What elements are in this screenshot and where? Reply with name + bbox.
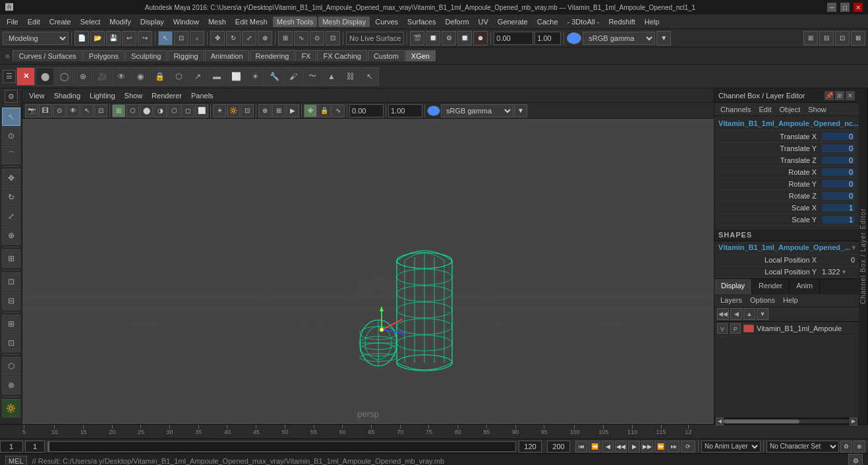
- playback-next-btn[interactable]: ⏩: [654, 441, 666, 452]
- new-scene-btn[interactable]: 📄: [74, 31, 89, 46]
- shelf-rendering[interactable]: Rendering: [250, 50, 295, 61]
- vp-renderer-menu[interactable]: Renderer: [148, 90, 186, 101]
- vp-anim-btn[interactable]: ▶: [286, 104, 299, 117]
- ch-lpx-value[interactable]: 0: [822, 256, 855, 264]
- layer-tab-anim[interactable]: Anim: [790, 279, 820, 294]
- menu-modify[interactable]: Modify: [105, 16, 134, 27]
- menu-edit[interactable]: Edit: [24, 16, 44, 27]
- menu-window[interactable]: Window: [169, 16, 203, 27]
- icon-x-btn[interactable]: ✕: [16, 67, 35, 86]
- vp-sel2-btn[interactable]: ⊡: [94, 104, 107, 117]
- redo-btn[interactable]: ↪: [138, 31, 152, 46]
- menu-surfaces[interactable]: Surfaces: [403, 16, 440, 27]
- layout-btn3[interactable]: ⊡: [835, 31, 850, 46]
- shelf-fx[interactable]: FX: [295, 50, 316, 61]
- ch-local-pos-y[interactable]: Local Position Y 1.322 ▼: [714, 266, 859, 278]
- vp-lock-btn[interactable]: 🔒: [318, 104, 331, 117]
- vp-color-btn[interactable]: [427, 106, 440, 116]
- ch-lpy-value[interactable]: 1.322 ▼: [822, 268, 855, 276]
- ch-scale-y[interactable]: Scale Y 1: [714, 214, 859, 226]
- vp-move2-btn[interactable]: ✥: [304, 104, 317, 117]
- vp-colorspace-dd[interactable]: sRGB gamma: [441, 104, 513, 117]
- shelf-polygons[interactable]: Polygons: [83, 50, 125, 61]
- icon-cam-btn[interactable]: 🎥: [93, 67, 111, 86]
- ch-sx-value[interactable]: 1: [822, 204, 855, 212]
- ch-scale-x[interactable]: Scale X 1: [714, 202, 859, 214]
- menu-help[interactable]: Help: [641, 16, 664, 27]
- layer-menu-help[interactable]: Help: [780, 295, 801, 305]
- snap-point-btn[interactable]: ⊙: [310, 31, 324, 46]
- cb-show-menu[interactable]: Show: [805, 105, 830, 114]
- layer-playback-btn[interactable]: P: [730, 323, 741, 334]
- render-settings-btn[interactable]: ⚙: [442, 31, 456, 46]
- ch-sy-value[interactable]: 1: [822, 216, 855, 224]
- render-btn[interactable]: 🎬: [410, 31, 424, 46]
- scale-side[interactable]: ⤢: [2, 207, 20, 226]
- sym-side[interactable]: ⊟: [2, 292, 20, 310]
- layer-side1[interactable]: ⬡: [2, 357, 20, 375]
- playback-last-btn[interactable]: ⏭: [668, 441, 680, 452]
- playback-first-btn[interactable]: ⏮: [575, 441, 587, 452]
- layer-side2[interactable]: ⊗: [2, 376, 20, 394]
- vp-wire2-btn[interactable]: ⬡: [167, 104, 181, 117]
- shelf-menu-btn[interactable]: ≡: [3, 51, 12, 61]
- lasso-btn[interactable]: ⊡: [174, 31, 188, 46]
- vp-panels-menu[interactable]: Panels: [187, 90, 217, 101]
- vp-shading-menu[interactable]: Shading: [50, 90, 84, 101]
- paint-select-side[interactable]: ⊙: [2, 127, 20, 145]
- icon-eye2-btn[interactable]: ◉: [131, 67, 150, 86]
- vp-eye-btn[interactable]: 👁: [67, 104, 80, 117]
- playback-prev-btn[interactable]: ◀: [602, 441, 614, 452]
- icon-plane-btn[interactable]: ⬜: [227, 67, 245, 86]
- cb-object-menu[interactable]: Object: [776, 105, 803, 114]
- icon-wave-btn[interactable]: 〜: [303, 67, 322, 86]
- char-set-btn2[interactable]: ⊕: [854, 441, 865, 452]
- ch-translate-z[interactable]: Translate Z 0: [714, 154, 859, 166]
- rotate-btn[interactable]: ↻: [226, 31, 241, 46]
- timeline-track[interactable]: 5101520253035404550556065707580859095100…: [22, 425, 714, 439]
- layer-menu-options[interactable]: Options: [747, 295, 778, 305]
- layout-btn1[interactable]: ⊞: [803, 31, 818, 46]
- icon-cursor-btn[interactable]: ↖: [361, 67, 379, 86]
- ch-rotate-z[interactable]: Rotate Z 0: [714, 190, 859, 202]
- ch-lpy-arrow[interactable]: ▼: [842, 269, 847, 275]
- vp-curve-btn[interactable]: ∿: [332, 104, 345, 117]
- show-manip-side[interactable]: ⊞: [2, 249, 20, 268]
- cb-close-btn[interactable]: ✕: [846, 91, 855, 100]
- menu-3dto[interactable]: - 3DtoAll -: [564, 16, 604, 27]
- menu-generate[interactable]: Generate: [494, 16, 532, 27]
- vp-iso-btn[interactable]: ⊞: [272, 104, 285, 117]
- vp-shade2-btn[interactable]: ◑: [154, 104, 167, 117]
- menu-select[interactable]: Select: [76, 16, 105, 27]
- rotate-side[interactable]: ↻: [2, 188, 20, 206]
- ch-scale-z[interactable]: Scale Z 1: [714, 226, 859, 227]
- layout-btn2[interactable]: ⊟: [819, 31, 834, 46]
- icon-cube-btn[interactable]: ⬡: [169, 67, 188, 86]
- vp-light-btn[interactable]: ☀: [213, 104, 226, 117]
- select-tool-btn[interactable]: ↖: [158, 31, 173, 46]
- shelf-custom[interactable]: Custom: [368, 50, 405, 61]
- layer-icon-back[interactable]: ◀◀: [717, 308, 729, 320]
- menu-create[interactable]: Create: [45, 16, 75, 27]
- range-end-input[interactable]: [519, 441, 542, 452]
- viewport-3d[interactable]: X Y Z persp: [22, 119, 714, 424]
- icon-tri-btn[interactable]: ▲: [322, 67, 341, 86]
- attribute-editor-strip[interactable]: Channel Box / Layer Editor: [859, 88, 868, 424]
- playback-loop-btn[interactable]: ⟳: [681, 441, 695, 452]
- menu-file[interactable]: File: [3, 16, 22, 27]
- playback-prev-key-btn[interactable]: ⏪: [589, 441, 600, 452]
- render-side[interactable]: 🔆: [2, 399, 20, 418]
- shapes-arrow[interactable]: ▼: [850, 244, 857, 251]
- layer-icon-prev[interactable]: ◀: [730, 308, 742, 320]
- menu-mesh[interactable]: Mesh: [204, 16, 230, 27]
- icon-cylinder-btn[interactable]: ▬: [208, 67, 226, 86]
- shelf-sculpting[interactable]: Sculpting: [125, 50, 167, 61]
- menu-cache[interactable]: Cache: [533, 16, 562, 27]
- char-set-btn[interactable]: ⚙: [840, 441, 852, 452]
- snap-side[interactable]: ⊡: [2, 334, 20, 352]
- snap-grid-btn[interactable]: ⊞: [278, 31, 293, 46]
- icon-circle-btn[interactable]: ◯: [55, 67, 73, 86]
- cb-channels-menu[interactable]: Channels: [717, 105, 754, 114]
- snap-curve-btn[interactable]: ∿: [294, 31, 308, 46]
- icon-tools-btn[interactable]: 🔧: [265, 67, 283, 86]
